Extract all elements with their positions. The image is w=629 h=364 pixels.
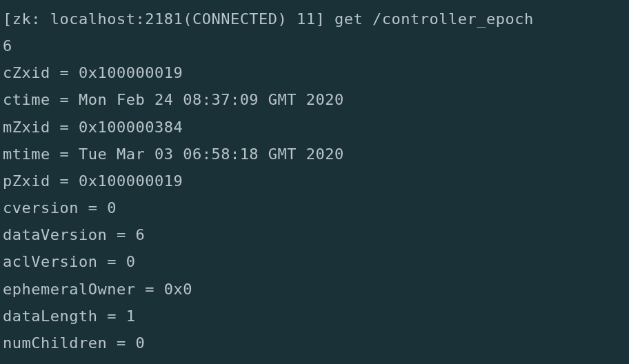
- output-aclversion: aclVersion = 0: [3, 248, 626, 275]
- output-pzxid: pZxid = 0x100000019: [3, 168, 626, 194]
- output-datalength: dataLength = 1: [3, 303, 626, 330]
- prompt-line[interactable]: [zk: localhost:2181(CONNECTED) 11] get /…: [3, 6, 626, 32]
- output-czxid: cZxid = 0x100000019: [3, 59, 626, 86]
- output-cversion: cversion = 0: [3, 194, 626, 221]
- shell-command: get /controller_epoch: [335, 10, 534, 28]
- output-ephemeralowner: ephemeralOwner = 0x0: [3, 276, 626, 303]
- output-dataversion: dataVersion = 6: [3, 221, 626, 248]
- output-mtime: mtime = Tue Mar 03 06:58:18 GMT 2020: [3, 141, 626, 168]
- output-value: 6: [3, 32, 626, 59]
- output-mzxid: mZxid = 0x100000384: [3, 114, 626, 141]
- shell-prompt: [zk: localhost:2181(CONNECTED) 11]: [3, 10, 335, 28]
- output-ctime: ctime = Mon Feb 24 08:37:09 GMT 2020: [3, 86, 626, 113]
- output-numchildren: numChildren = 0: [3, 330, 626, 356]
